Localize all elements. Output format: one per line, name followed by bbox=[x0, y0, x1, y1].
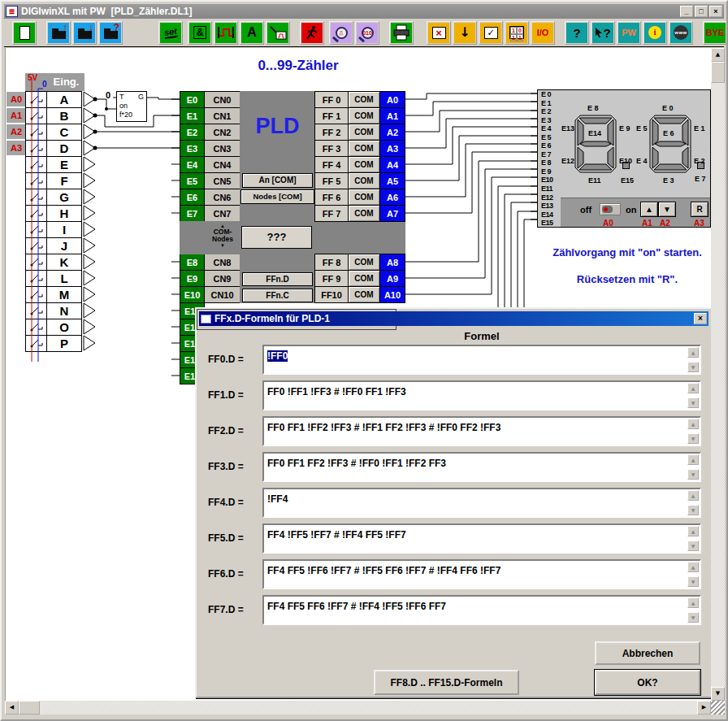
zoom-binary-button[interactable]: 010 bbox=[355, 21, 379, 45]
vertical-scroll-thumb[interactable] bbox=[711, 62, 725, 83]
pld-node-cell[interactable]: CN6 bbox=[204, 189, 240, 206]
input-switch[interactable] bbox=[25, 302, 47, 319]
pld-node-cell[interactable]: CN5 bbox=[204, 172, 240, 189]
unknown-button[interactable]: ??? bbox=[241, 226, 312, 249]
pld-ff-cell[interactable]: FF 4 bbox=[314, 156, 349, 173]
pld-node-cell[interactable]: CN7 bbox=[204, 205, 240, 222]
pld-node-cell[interactable]: CN9 bbox=[204, 270, 240, 287]
pld-com-cell[interactable]: COM bbox=[348, 156, 380, 173]
pld-node-cell[interactable]: CN10 bbox=[204, 286, 240, 303]
formula-input[interactable]: !FF0 ▲ ▼ bbox=[262, 345, 701, 375]
input-switch[interactable] bbox=[25, 335, 47, 352]
ffn-d-button[interactable]: FFn.D bbox=[242, 272, 313, 286]
scroll-up-button[interactable]: ▲ bbox=[711, 48, 725, 62]
pld-com-cell[interactable]: COM bbox=[348, 286, 380, 303]
horizontal-scroll-thumb[interactable] bbox=[19, 701, 40, 714]
file-info-button[interactable]: ? bbox=[98, 21, 123, 45]
horizontal-scrollbar[interactable]: ◀ ▶ bbox=[5, 701, 711, 714]
pld-ff-cell[interactable]: FF 0 bbox=[314, 91, 349, 108]
cancel-button[interactable]: Abbrechen bbox=[595, 641, 700, 665]
formula-input[interactable]: FF4 !FF5 !FF7 # !FF4 FF5 !FF7 ▲ ▼ bbox=[262, 523, 701, 554]
an-com-button[interactable]: An [COM] bbox=[242, 173, 313, 188]
formula-scrollbar[interactable]: ▲ ▼ bbox=[687, 347, 699, 372]
pld-com-cell[interactable]: COM bbox=[348, 172, 380, 189]
pld-node-cell[interactable]: CN8 bbox=[204, 254, 240, 271]
probe-tool-button[interactable] bbox=[266, 21, 290, 45]
import-button[interactable]: ↓ bbox=[453, 21, 477, 45]
input-switch[interactable] bbox=[25, 140, 47, 157]
vertical-scrollbar[interactable]: ▲ ▼ bbox=[711, 48, 725, 701]
pld-output-cell[interactable]: A2 bbox=[379, 124, 405, 141]
pld-ff-cell[interactable]: FF 2 bbox=[314, 124, 349, 141]
new-file-button[interactable] bbox=[12, 21, 37, 45]
more-formulas-button[interactable]: FF8.D .. FF15.D-Formeln bbox=[374, 670, 519, 695]
com-nodes-selector[interactable]: ▲ COM- Nodes ▼ bbox=[205, 222, 240, 254]
formula-scrollbar[interactable]: ▲ ▼ bbox=[687, 562, 699, 587]
pld-ff-cell[interactable]: FF 6 bbox=[314, 189, 349, 206]
formula-scrollbar[interactable]: ▲ ▼ bbox=[687, 419, 699, 444]
pld-input-cell[interactable]: E4 bbox=[180, 156, 205, 173]
io-button[interactable]: I/O bbox=[531, 21, 555, 45]
exit-button[interactable]: BYE bbox=[703, 21, 727, 45]
formula-input[interactable]: FF4 FF5 FF6 !FF7 # !FF4 !FF5 !FF6 FF7 ▲ … bbox=[262, 595, 701, 625]
timer-block[interactable]: TG on f*20 bbox=[116, 91, 147, 122]
scroll-left-button[interactable]: ◀ bbox=[5, 701, 19, 714]
open-file-button[interactable]: ↑ bbox=[46, 21, 71, 45]
pld-input-cell[interactable]: E7 bbox=[180, 205, 205, 222]
web-button[interactable]: www bbox=[669, 21, 693, 45]
formula-scrollbar[interactable]: ▲ ▼ bbox=[687, 383, 699, 408]
pld-input-cell[interactable]: E6 bbox=[180, 189, 205, 206]
pld-output-cell[interactable]: A5 bbox=[379, 172, 405, 189]
pld-ff-cell[interactable]: FF 7 bbox=[314, 205, 349, 222]
pld-com-cell[interactable]: COM bbox=[348, 205, 380, 222]
horizontal-scroll-track[interactable] bbox=[19, 701, 697, 714]
zoom-pulse-button[interactable]: ⎍ bbox=[329, 21, 353, 45]
set-tool-button[interactable]: set bbox=[158, 21, 183, 45]
input-switch[interactable] bbox=[25, 205, 47, 222]
close-button[interactable]: × bbox=[709, 6, 722, 17]
pld-node-cell[interactable]: CN3 bbox=[204, 140, 240, 157]
pld-com-cell[interactable]: COM bbox=[348, 254, 380, 271]
formula-input[interactable]: FF0 !FF1 !FF3 # !FF0 FF1 !FF3 ▲ ▼ bbox=[262, 380, 701, 410]
input-switch[interactable] bbox=[25, 254, 47, 271]
input-switch[interactable] bbox=[25, 107, 47, 124]
pld-com-cell[interactable]: COM bbox=[348, 140, 380, 157]
input-switch[interactable] bbox=[25, 319, 47, 336]
nodes-com-button[interactable]: Nodes [COM] bbox=[240, 189, 314, 204]
pld-input-cell[interactable]: E1 bbox=[180, 107, 205, 124]
pld-input-cell[interactable]: E2 bbox=[180, 124, 205, 141]
pld-node-cell[interactable]: CN0 bbox=[204, 91, 240, 108]
gate-tool-button[interactable]: & bbox=[188, 21, 212, 45]
pld-ff-cell[interactable]: FF 5 bbox=[314, 172, 349, 189]
context-help-button[interactable]: ? bbox=[591, 21, 615, 45]
formula-scrollbar[interactable]: ▲ ▼ bbox=[687, 597, 699, 623]
delete-button[interactable]: × bbox=[427, 21, 451, 45]
pld-com-cell[interactable]: COM bbox=[348, 270, 380, 287]
pld-input-cell[interactable]: E9 bbox=[180, 270, 205, 287]
save-file-button[interactable]: ↓ bbox=[72, 21, 97, 45]
pld-input-cell[interactable]: E0 bbox=[180, 91, 205, 108]
pld-node-cell[interactable]: CN4 bbox=[204, 156, 240, 173]
count-up-button[interactable]: ▲ bbox=[640, 202, 658, 217]
pld-output-cell[interactable]: A1 bbox=[379, 107, 405, 124]
help-button[interactable]: ? bbox=[565, 21, 589, 45]
pld-input-cell[interactable]: E8 bbox=[180, 254, 205, 271]
input-switch[interactable] bbox=[25, 221, 47, 238]
pld-output-cell[interactable]: A7 bbox=[379, 205, 405, 222]
pld-input-cell[interactable]: E10 bbox=[180, 286, 205, 303]
input-switch[interactable] bbox=[25, 270, 47, 287]
scroll-right-button[interactable]: ▶ bbox=[697, 701, 711, 714]
input-switch[interactable] bbox=[25, 189, 47, 206]
pld-ff-cell[interactable]: FF 1 bbox=[314, 107, 349, 124]
dialog-title-bar[interactable]: FFx.D-Formeln für PLD-1 × bbox=[199, 311, 708, 326]
pld-input-cell[interactable]: E3 bbox=[180, 140, 205, 157]
pld-ff-cell[interactable]: FF 8 bbox=[314, 254, 349, 271]
on-off-toggle[interactable] bbox=[600, 203, 621, 215]
check-button[interactable]: ✓ bbox=[479, 21, 503, 45]
pld-input-cell[interactable]: E5 bbox=[180, 172, 205, 189]
com-nodes-down-icon[interactable]: ▼ bbox=[205, 243, 240, 248]
formula-scrollbar[interactable]: ▲ ▼ bbox=[687, 490, 699, 515]
reset-button[interactable]: R bbox=[691, 202, 708, 217]
truth-table-button[interactable]: 1011 bbox=[505, 21, 529, 45]
dialog-close-button[interactable]: × bbox=[694, 313, 707, 324]
